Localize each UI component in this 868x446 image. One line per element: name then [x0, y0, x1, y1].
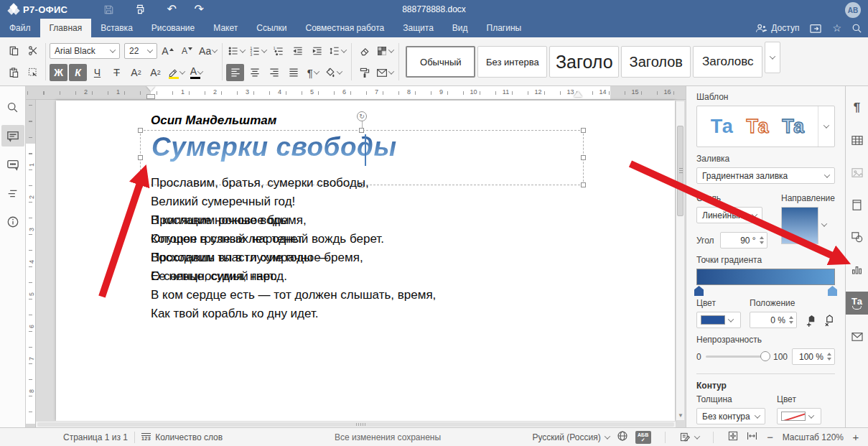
align-left-button[interactable]	[226, 64, 244, 81]
cut-button[interactable]	[24, 42, 42, 60]
scroll-down-arrow[interactable]: ▼	[677, 412, 684, 419]
style-preset[interactable]: Заголо	[549, 46, 619, 78]
bullets-button[interactable]	[226, 42, 246, 60]
vertical-ruler[interactable]: 12345678	[26, 100, 36, 427]
spin-up-icon[interactable]	[827, 350, 831, 356]
favorites-button[interactable]: ☆	[832, 22, 841, 34]
zoom-level[interactable]: Масштаб 120%	[783, 432, 844, 442]
ribbon-tab[interactable]: Вставка	[91, 19, 142, 37]
poem-body[interactable]: Прославим, братья, сумерки свободы,Велик…	[151, 174, 436, 230]
position-spinner[interactable]: 0 %	[750, 312, 797, 328]
resize-handle-w[interactable]	[138, 155, 143, 160]
justify-button[interactable]	[284, 64, 302, 81]
template-sample[interactable]: Та	[747, 116, 769, 138]
resize-handle-e[interactable]	[581, 155, 586, 160]
ribbon-tab[interactable]: Главная	[40, 19, 92, 37]
track-changes-button[interactable]	[679, 432, 699, 442]
fit-width-button[interactable]	[746, 431, 758, 443]
bold-button[interactable]: Ж	[50, 64, 67, 81]
multilevel-list-button[interactable]: 1	[269, 42, 287, 60]
template-sample[interactable]: Та	[711, 116, 733, 138]
font-size-select[interactable]: 22	[124, 43, 157, 59]
chat-button[interactable]	[1, 154, 24, 175]
stop-color-picker[interactable]	[696, 312, 741, 328]
numbering-button[interactable]: 123	[248, 42, 268, 60]
remove-gradient-stop-icon[interactable]	[824, 314, 835, 327]
page-indicator[interactable]: Страница 1 из 1	[63, 432, 128, 442]
scrollbar-thumb[interactable]	[677, 126, 683, 216]
font-color-button[interactable]: А	[187, 64, 205, 81]
textart-settings-button[interactable]: Та	[846, 292, 868, 315]
fill-type-select[interactable]: Градиентная заливка	[696, 167, 835, 184]
chevron-down-icon[interactable]	[821, 220, 827, 226]
style-gallery-more-button[interactable]	[765, 42, 780, 73]
subscript-button[interactable]: А2	[146, 64, 164, 81]
decrease-indent-button[interactable]	[289, 42, 307, 60]
vertical-scrollbar[interactable]: ▼	[676, 101, 685, 421]
outline-color-picker[interactable]	[777, 408, 821, 424]
style-preset[interactable]: Без интерва	[477, 46, 547, 78]
mail-merge-button[interactable]	[375, 64, 395, 81]
undo-button[interactable]: ↶	[161, 0, 182, 19]
resize-handle-ne[interactable]	[581, 128, 586, 133]
copy-style-button[interactable]	[355, 64, 373, 81]
shape-settings-button[interactable]	[846, 227, 868, 247]
about-button[interactable]	[1, 211, 24, 233]
highlight-color-button[interactable]	[166, 64, 186, 81]
paste-button[interactable]	[4, 64, 22, 81]
template-gallery-more-button[interactable]	[818, 106, 834, 147]
gradient-style-select[interactable]: Линейный	[696, 207, 762, 223]
language-select[interactable]: Русский (Россия)	[532, 432, 609, 442]
resize-handle-se[interactable]	[581, 182, 586, 187]
opacity-slider-knob[interactable]	[760, 351, 770, 361]
template-sample[interactable]: Та	[782, 116, 804, 138]
horizontal-ruler[interactable]: 21 12345678910111213141516	[26, 86, 686, 100]
clear-style-button[interactable]	[355, 42, 373, 60]
spin-up-icon[interactable]	[760, 234, 764, 239]
font-name-select[interactable]: Arial Black	[50, 43, 120, 59]
redo-button[interactable]: ↷	[188, 0, 210, 19]
spin-up-icon[interactable]	[789, 314, 793, 319]
zoom-in-button[interactable]: +	[851, 431, 861, 443]
align-center-button[interactable]	[246, 64, 263, 81]
ribbon-tab[interactable]: Ссылки	[247, 19, 296, 37]
select-all-button[interactable]	[24, 64, 42, 81]
paragraph-settings-button[interactable]: ¶	[846, 98, 868, 118]
resize-handle-sw[interactable]	[138, 182, 143, 187]
ribbon-tab[interactable]: Вид	[443, 19, 477, 37]
strikethrough-button[interactable]: Т	[108, 64, 126, 81]
ribbon-tab[interactable]: Рисование	[142, 19, 204, 37]
word-count-button[interactable]: 123 Количество слов	[141, 432, 223, 442]
ribbon-tab[interactable]: Файл	[0, 19, 40, 37]
zoom-out-button[interactable]: −	[765, 431, 775, 443]
print-button[interactable]	[129, 0, 151, 19]
line-spacing-button[interactable]	[327, 42, 347, 60]
copy-button[interactable]	[4, 42, 22, 60]
find-button[interactable]	[1, 96, 24, 118]
hscroll-thumb[interactable]	[37, 422, 674, 427]
outline-width-select[interactable]: Без контура	[696, 408, 765, 424]
ribbon-tab[interactable]: Совместная работа	[296, 19, 393, 37]
increase-font-button[interactable]: А	[159, 42, 177, 60]
gradient-bar[interactable]	[696, 269, 835, 285]
open-location-button[interactable]	[809, 23, 822, 34]
style-preset[interactable]: Заголовс	[693, 46, 762, 78]
template-gallery[interactable]: ТаТаТа	[696, 106, 835, 147]
wordart-title[interactable]: Сумерки свободы	[151, 132, 397, 162]
fit-page-button[interactable]	[727, 430, 739, 444]
avatar[interactable]: АВ	[845, 2, 861, 18]
add-gradient-stop-icon[interactable]	[806, 314, 817, 327]
opacity-spinner[interactable]: 100 %	[792, 348, 835, 365]
ribbon-tab[interactable]: Защита	[393, 19, 443, 37]
change-case-button[interactable]: Аа	[197, 42, 218, 60]
decrease-font-button[interactable]: А	[178, 42, 196, 60]
gradient-stop-right[interactable]	[828, 286, 837, 296]
underline-button[interactable]: Ч	[88, 64, 106, 81]
spin-down-icon[interactable]	[789, 321, 793, 326]
italic-button[interactable]: К	[69, 64, 87, 81]
superscript-button[interactable]: А2	[127, 64, 145, 81]
search-button[interactable]	[851, 23, 862, 34]
document-page[interactable]: Осип Мандельштам ↻ Сумерки свободы Просл…	[56, 101, 675, 421]
rotation-handle[interactable]: ↻	[357, 111, 367, 121]
ribbon-tab[interactable]: Плагины	[477, 19, 531, 37]
